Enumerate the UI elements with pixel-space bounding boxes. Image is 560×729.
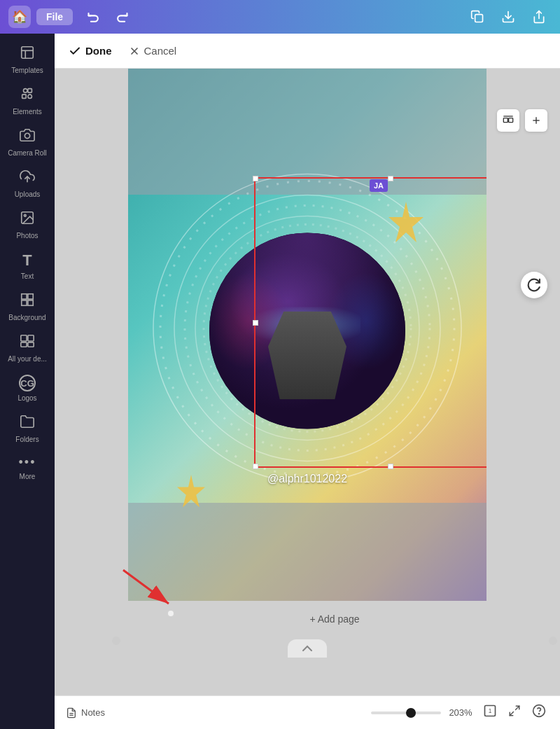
photos-icon [20,210,35,229]
edge-handle-b[interactable] [388,464,393,469]
sidebar-item-background[interactable]: Background [4,286,51,326]
sidebar-item-photos[interactable]: Photos [4,204,51,244]
elements-icon [20,86,35,105]
svg-rect-18 [21,335,27,341]
elements-label: Elements [13,108,42,116]
more-label: More [20,473,36,481]
templates-icon [20,45,35,64]
selection-box [254,177,486,468]
star-shape-2 [177,475,205,511]
canvas-wrapper[interactable]: JA @alphr1012022 + Add page [55,69,560,695]
background-icon [20,292,35,311]
bottom-bar: Notes 203% 1 [55,695,560,729]
notes-label: Notes [81,707,105,718]
cancel-label: Cancel [144,45,177,57]
undo-button[interactable] [81,4,106,29]
scroll-handle-left[interactable] [112,637,120,645]
text-label: Text [21,272,34,281]
sidebar-item-more[interactable]: ••• More [4,450,51,485]
more-icon: ••• [19,455,36,470]
folders-label: Folders [15,436,38,444]
edge-handle-l[interactable] [253,320,258,326]
zoom-slider[interactable] [371,711,441,714]
expand-button[interactable] [505,704,524,721]
done-label: Done [85,45,112,57]
home-button[interactable]: 🏠 [8,6,31,28]
svg-point-9 [28,95,31,99]
redo-button[interactable] [109,4,134,29]
svg-rect-0 [475,15,483,22]
content-area: Done Cancel [55,34,560,729]
sidebar-item-templates[interactable]: Templates [4,39,51,79]
logos-icon: CG [19,375,36,391]
sidebar-item-camera-roll[interactable]: Camera Roll [4,122,51,162]
all-designs-label: All your de... [8,355,47,363]
sidebar-item-uploads[interactable]: Uploads [4,163,51,203]
camera-roll-icon [20,127,35,146]
notes-button[interactable]: Notes [66,707,105,718]
svg-line-37 [123,570,169,604]
corner-handle-bl[interactable] [253,464,258,469]
page-count-button[interactable]: 1 [480,704,500,721]
sidebar-item-text[interactable]: T Text [4,246,51,285]
svg-text:1: 1 [489,707,492,714]
add-page-button[interactable]: + Add page [309,613,359,625]
arrow-indicator [116,563,186,615]
photos-label: Photos [16,232,38,240]
zoom-thumb[interactable] [406,708,416,718]
done-button[interactable]: Done [69,45,112,57]
replace-image-button[interactable] [497,109,519,132]
svg-point-10 [24,133,29,138]
uploads-icon [20,169,35,188]
svg-rect-15 [28,294,33,299]
all-designs-icon [20,333,35,352]
svg-point-6 [24,89,28,93]
scroll-up-button[interactable] [288,639,327,658]
svg-rect-17 [28,300,33,305]
sidebar-item-logos[interactable]: CG Logos [4,369,51,407]
download-button[interactable] [496,4,521,29]
duplicate-button[interactable] [465,4,490,29]
zoom-slider-area [371,711,441,714]
zoom-percentage: 203% [447,707,475,718]
share-button[interactable] [526,4,552,29]
svg-rect-7 [28,89,31,93]
design-canvas: JA @alphr1012022 [128,69,486,601]
sidebar: Templates Elements Camera Roll Uploads P… [0,34,55,729]
logos-label: Logos [18,394,36,403]
main-layout: Templates Elements Camera Roll Uploads P… [0,34,560,729]
scroll-handle-right[interactable] [549,637,557,645]
arrow-endpoint [167,609,175,618]
help-button[interactable] [529,704,549,721]
file-menu-button[interactable]: File [36,8,73,25]
cancel-button[interactable]: Cancel [129,45,177,57]
svg-rect-19 [28,335,34,341]
svg-line-43 [510,712,513,716]
edge-handle-t[interactable] [388,176,393,181]
svg-rect-8 [22,95,27,99]
rotate-handle[interactable] [521,272,547,298]
svg-rect-3 [22,47,34,59]
topbar: 🏠 File [0,0,560,34]
background-label: Background [8,314,46,322]
canvas-top-icons [497,109,547,132]
corner-handle-tl[interactable] [253,176,258,181]
folders-icon [20,414,35,433]
sidebar-item-all-designs[interactable]: All your de... [4,328,51,368]
action-bar: Done Cancel [55,34,560,69]
add-frame-button[interactable] [525,109,547,132]
svg-rect-20 [21,342,27,347]
svg-line-42 [516,706,519,709]
templates-label: Templates [11,67,43,75]
svg-rect-21 [28,342,34,347]
svg-rect-25 [509,118,513,123]
svg-point-13 [24,214,26,216]
svg-marker-35 [177,475,205,507]
scroll-handles [109,637,560,645]
sidebar-item-folders[interactable]: Folders [4,408,51,448]
uploads-label: Uploads [15,190,41,199]
svg-rect-16 [22,300,27,305]
svg-rect-24 [503,118,507,123]
sidebar-item-elements[interactable]: Elements [4,81,51,120]
svg-rect-14 [22,294,27,299]
